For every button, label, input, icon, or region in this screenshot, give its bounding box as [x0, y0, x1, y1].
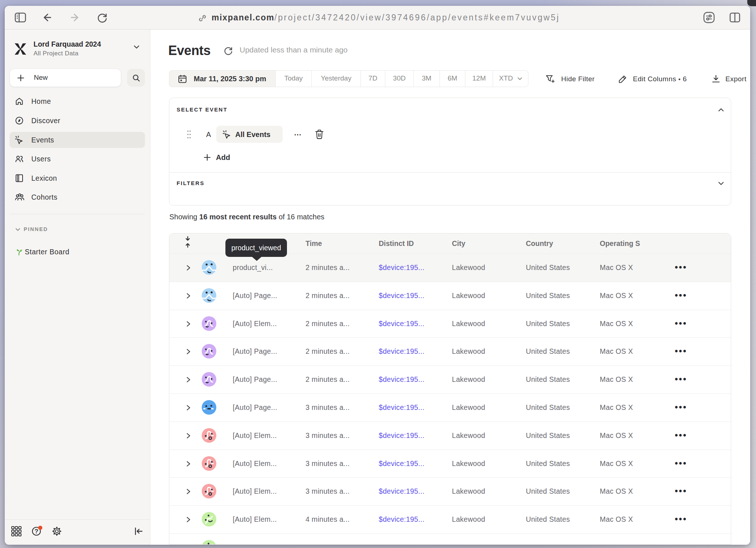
svg-text:?: ? — [35, 528, 38, 535]
